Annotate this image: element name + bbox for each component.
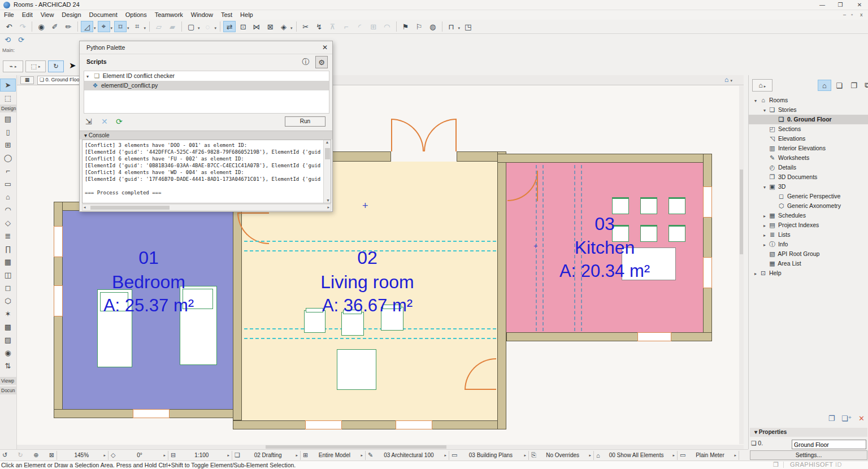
arrow-tool[interactable]: ➤ — [0, 79, 16, 92]
delete-icon[interactable]: ✕ — [858, 414, 865, 423]
console-output[interactable]: [Conflict] 3 elements have 'DOO - 001' a… — [82, 140, 331, 203]
door-entrance-left-leaf[interactable] — [391, 119, 392, 151]
fillet-icon[interactable]: ◜ — [354, 21, 366, 32]
scroll-right-icon[interactable]: ▸ — [327, 205, 329, 210]
explode-icon[interactable]: ⊠ — [264, 21, 276, 32]
window-bedroom-bottom[interactable] — [133, 409, 170, 418]
shell-tool[interactable]: ◠ — [0, 203, 16, 216]
nav-item-elevations[interactable]: ◹ Elevations — [749, 134, 868, 144]
editing-plane-alt-icon[interactable]: ▰ — [166, 21, 179, 32]
cabinet-3[interactable] — [669, 197, 685, 214]
door-tool[interactable]: ▯ — [0, 125, 16, 138]
layer-combination-menu-icon[interactable]: ▸ — [296, 453, 298, 458]
zone-label-bedroom-number[interactable]: 01 — [64, 247, 233, 268]
flag-marker-alt-icon[interactable]: ⚐ — [413, 21, 426, 32]
nav-item-generic-axonometry[interactable]: ⬡ Generic Axonometry — [749, 201, 868, 211]
remove-script-icon[interactable]: ✕ — [101, 117, 108, 126]
console-vscrollbar[interactable]: ▲▼ — [323, 140, 331, 203]
layout-book-icon[interactable]: ❐ — [847, 80, 861, 91]
window-left-1[interactable] — [54, 226, 63, 257]
morph-tool[interactable]: ◇ — [0, 216, 16, 229]
minimize-button[interactable]: — — [814, 0, 831, 10]
rotate-view-button[interactable]: ↻ — [48, 60, 64, 72]
zone-label-living-number[interactable]: 02 — [243, 247, 492, 268]
publisher-icon[interactable]: ⧉ — [861, 80, 868, 91]
run-button[interactable]: Run — [285, 116, 326, 127]
nav-item-interior-elevations[interactable]: ▥ Interior Elevations — [749, 144, 868, 153]
view-home-icon[interactable]: ⌂ ▾ — [724, 76, 734, 84]
model-view-options-menu-icon[interactable]: ▸ — [524, 453, 526, 458]
door-entrance-right-leaf[interactable] — [455, 119, 457, 151]
nav-expanded-chevron-icon[interactable]: ▾ — [761, 183, 768, 192]
window-kitchen-right-2[interactable] — [703, 257, 712, 288]
favorites-icon[interactable]: ⊓ — [445, 21, 458, 32]
zone-label-bedroom-name[interactable]: Bedroom — [64, 272, 233, 293]
flag-marker-icon[interactable]: ⚑ — [400, 21, 412, 32]
snap-guides-dropdown-icon[interactable]: ▾ — [111, 26, 113, 31]
column-tool[interactable]: ◯ — [0, 151, 16, 164]
nav-item-generic-perspective[interactable]: ◻ Generic Perspective — [749, 192, 868, 201]
reload-icon[interactable]: ⟳ — [116, 117, 123, 126]
fit-in-window-icon[interactable]: ⊠ — [49, 451, 54, 459]
nav-item-3d[interactable]: ▾▣ 3D — [749, 182, 868, 192]
roof-trim-icon[interactable]: ◠ — [381, 21, 393, 32]
nav-item-worksheets[interactable]: ✎ Worksheets — [749, 153, 868, 163]
wall-living-bottom[interactable] — [233, 420, 506, 429]
guide-lines-dropdown-icon[interactable]: ▾ — [94, 26, 96, 31]
menu-teamwork[interactable]: Teamwork — [151, 10, 187, 20]
marquee-selection-button[interactable]: ⬚▸ — [25, 60, 46, 72]
section-tool[interactable]: ⇅ — [0, 359, 16, 372]
mdi-minimize-icon[interactable]: – — [843, 12, 846, 18]
snap-reference-dropdown-icon[interactable]: ▾ — [127, 26, 129, 31]
project-map-icon[interactable]: ⌂ — [818, 80, 831, 91]
marquee-frame-dropdown-icon[interactable]: ▾ — [198, 26, 200, 31]
auto-dimension-icon[interactable]: ⊡ — [237, 21, 249, 32]
split-icon[interactable]: ✂ — [300, 21, 312, 32]
orientation-menu-icon[interactable]: ▸ — [163, 453, 166, 458]
menu-test[interactable]: Test — [217, 10, 236, 20]
snap-guides-icon[interactable]: ⌖ — [98, 21, 110, 32]
suspend-groups-dropdown-icon[interactable]: ▾ — [215, 26, 217, 31]
menu-document[interactable]: Document — [85, 10, 121, 20]
console-hscrollbar-thumb[interactable] — [90, 206, 170, 210]
wall-kitchen-bottom[interactable] — [506, 332, 712, 341]
nav-item-3d-documents[interactable]: ❐ 3D Documents — [749, 172, 868, 182]
opening-tool[interactable]: ◻ — [0, 281, 16, 294]
mesh-tool[interactable]: ▨ — [0, 333, 16, 346]
slab-tool[interactable]: ▭ — [0, 177, 16, 190]
canvas-vertical-scrollbar[interactable] — [739, 86, 744, 444]
door-bedroom-leaf[interactable] — [237, 212, 269, 214]
curtain-wall-tool[interactable]: ▦ — [0, 255, 16, 268]
marquee-tool[interactable]: ⬚ — [0, 92, 16, 105]
railing-tool[interactable]: ∏ — [0, 242, 16, 255]
nav-collapsed-chevron-icon[interactable]: ▸ — [761, 240, 768, 249]
redo-icon[interactable]: ↷ — [16, 21, 29, 32]
scale-menu-icon[interactable]: ▸ — [227, 453, 229, 458]
python-palette-close-icon[interactable]: ✕ — [322, 44, 328, 51]
close-button[interactable]: ✕ — [851, 0, 868, 10]
cabinet-1[interactable] — [612, 197, 629, 214]
renovation-filter-icon[interactable]: ⟳ — [18, 36, 24, 44]
solid-operations-icon[interactable]: ◈ — [277, 21, 290, 32]
wall-living-kitchen-divider[interactable] — [497, 151, 506, 429]
zoom-level-menu-icon[interactable]: ▸ — [103, 453, 106, 458]
zone-label-living-area[interactable]: A: 36.67 m² — [243, 296, 492, 316]
console-header[interactable]: ▾ Console — [80, 131, 332, 140]
roof-tool[interactable]: ⌂ — [0, 190, 16, 203]
model-view-options-control[interactable]: ▭03 Building Plans▸ — [449, 450, 528, 461]
nav-item-api-root-group[interactable]: ▧ API Root Group — [749, 249, 868, 259]
nav-item-stories[interactable]: ▾❏ Stories — [749, 105, 868, 115]
menu-view[interactable]: View — [37, 10, 58, 20]
nav-collapsed-chevron-icon[interactable]: ▸ — [761, 221, 768, 230]
pre-selection-button[interactable]: ⌁▸ — [3, 60, 23, 72]
table[interactable] — [337, 349, 376, 390]
zone-label-living-name[interactable]: Living room — [243, 272, 492, 293]
wall-kitchen-right[interactable] — [703, 154, 712, 341]
menu-options[interactable]: Options — [121, 10, 151, 20]
story-settings-button[interactable]: Settings... — [750, 450, 867, 460]
stair-tool[interactable]: ≣ — [0, 229, 16, 242]
view-map-icon[interactable]: ❏ — [832, 80, 846, 91]
console-vscrollbar-thumb[interactable] — [325, 148, 330, 159]
canvas-horizontal-scrollbar-thumb[interactable] — [266, 445, 446, 449]
inject-parameters-icon[interactable]: ✐ — [49, 21, 61, 32]
